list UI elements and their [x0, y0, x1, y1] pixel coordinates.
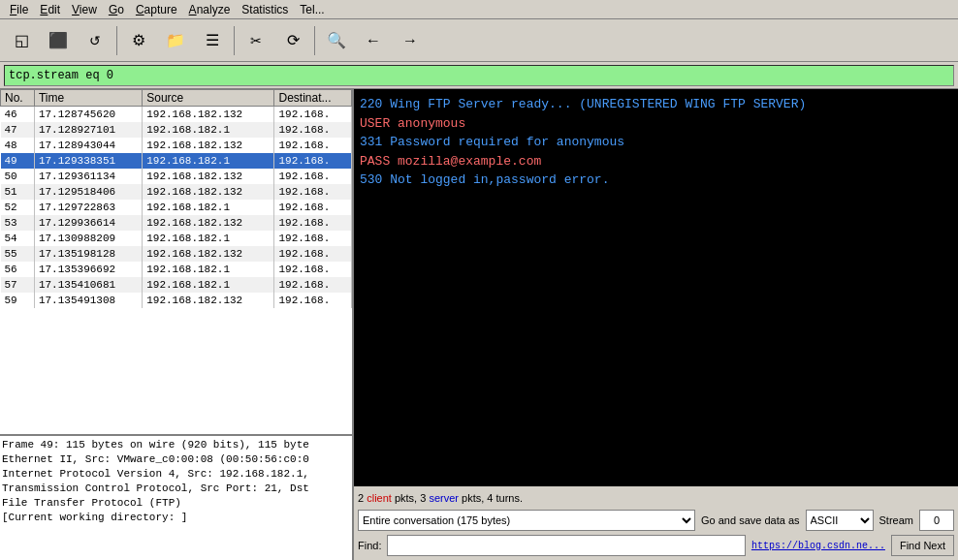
find-next-button[interactable]: Find Next — [891, 535, 954, 556]
stream-stats: 2 client pkts, 3 server pkts, 4 turns. — [358, 490, 954, 506]
col-source[interactable]: Source — [143, 90, 274, 107]
options-button[interactable]: ⚙ — [121, 23, 156, 58]
cell-no: 59 — [1, 293, 35, 308]
cell-dst: 192.168. — [274, 122, 352, 138]
cell-no: 55 — [1, 246, 35, 262]
menu-file[interactable]: File — [4, 1, 34, 18]
col-no[interactable]: No. — [1, 90, 35, 107]
packet-list: No. Time Source Destinat... 46 17.128745… — [0, 89, 352, 434]
menubar: File Edit View Go Capture Analyze Statis… — [0, 0, 958, 19]
cell-no: 48 — [1, 138, 35, 153]
menu-view[interactable]: View — [66, 1, 103, 18]
search-button[interactable]: 🔍 — [319, 23, 354, 58]
table-row[interactable]: 57 17.135410681 192.168.182.1 192.168. — [1, 277, 352, 293]
save-data-label: Go and save data as — [701, 514, 800, 526]
cell-time: 17.130988209 — [34, 231, 142, 246]
save-button[interactable]: ☰ — [195, 23, 230, 58]
table-row[interactable]: 54 17.130988209 192.168.182.1 192.168. — [1, 231, 352, 246]
stream-content: 220 Wing FTP Server ready... (UNREGISTER… — [354, 89, 958, 486]
find-row: Find: https://blog.csdn.ne... Find Next — [358, 535, 954, 556]
new-capture-button[interactable]: ◱ — [4, 23, 39, 58]
cell-src: 192.168.182.1 — [143, 200, 274, 215]
cell-dst: 192.168. — [274, 231, 352, 246]
cell-dst: 192.168. — [274, 107, 352, 122]
menu-capture[interactable]: Capture — [130, 1, 183, 18]
stream-number-input[interactable] — [919, 510, 954, 531]
cell-time: 17.129338351 — [34, 153, 142, 169]
format-select[interactable]: ASCII EBCDIC HEX Dump C Arrays Raw — [806, 510, 874, 531]
filter-input[interactable] — [4, 65, 954, 86]
cell-time: 17.135396692 — [34, 262, 142, 277]
main-container: No. Time Source Destinat... 46 17.128745… — [0, 89, 958, 560]
cell-no: 51 — [1, 184, 35, 200]
cell-dst: 192.168. — [274, 246, 352, 262]
table-row[interactable]: 48 17.128943044 192.168.182.132 192.168. — [1, 138, 352, 153]
cell-src: 192.168.182.1 — [143, 231, 274, 246]
cut-button[interactable]: ✂ — [239, 23, 273, 58]
stats-prefix: 2 — [358, 492, 367, 504]
stream-line: PASS mozilla@example.com — [360, 152, 952, 171]
cell-src: 192.168.182.1 — [143, 153, 274, 169]
conversation-select[interactable]: Entire conversation (175 bytes) — [358, 510, 695, 531]
packet-table: No. Time Source Destinat... 46 17.128745… — [0, 89, 352, 308]
menu-tel[interactable]: Tel... — [294, 1, 330, 18]
restart-button[interactable]: ↺ — [78, 23, 112, 58]
stream-line: 220 Wing FTP Server ready... (UNREGISTER… — [360, 95, 952, 114]
table-row[interactable]: 53 17.129936614 192.168.182.132 192.168. — [1, 215, 352, 231]
stream-controls: Entire conversation (175 bytes) Go and s… — [358, 510, 954, 531]
col-destination[interactable]: Destinat... — [274, 90, 352, 107]
stream-line: USER anonymous — [360, 114, 952, 134]
stop-button[interactable]: ⬛ — [41, 23, 76, 58]
menu-statistics[interactable]: Statistics — [236, 1, 294, 18]
back-button[interactable]: ← — [356, 23, 391, 58]
find-input[interactable] — [387, 535, 745, 556]
stream-line: 331 Password required for anonymous — [360, 133, 952, 152]
cell-time: 17.128943044 — [34, 138, 142, 153]
table-row[interactable]: 59 17.135491308 192.168.182.132 192.168. — [1, 293, 352, 308]
table-row[interactable]: 52 17.129722863 192.168.182.1 192.168. — [1, 200, 352, 215]
filterbar — [0, 62, 958, 89]
menu-go[interactable]: Go — [103, 1, 130, 18]
cell-no: 57 — [1, 277, 35, 293]
refresh-button[interactable]: ⟳ — [275, 23, 310, 58]
cell-time: 17.129936614 — [34, 215, 142, 231]
table-row[interactable]: 55 17.135198128 192.168.182.132 192.168. — [1, 246, 352, 262]
cell-src: 192.168.182.1 — [143, 122, 274, 138]
cell-src: 192.168.182.1 — [143, 277, 274, 293]
cell-src: 192.168.182.132 — [143, 184, 274, 200]
find-label: Find: — [358, 540, 381, 551]
table-row[interactable]: 51 17.129518406 192.168.182.132 192.168. — [1, 184, 352, 200]
find-url-link[interactable]: https://blog.csdn.ne... — [751, 541, 885, 551]
cell-src: 192.168.182.132 — [143, 138, 274, 153]
menu-analyze[interactable]: Analyze — [183, 1, 237, 18]
cell-no: 52 — [1, 200, 35, 215]
cell-dst: 192.168. — [274, 215, 352, 231]
table-row[interactable]: 47 17.128927101 192.168.182.1 192.168. — [1, 122, 352, 138]
stats-mid: pkts, 3 — [392, 492, 430, 504]
details-panel: Frame 49: 115 bytes on wire (920 bits), … — [0, 434, 352, 560]
table-row[interactable]: 56 17.135396692 192.168.182.1 192.168. — [1, 262, 352, 277]
cell-no: 49 — [1, 153, 35, 169]
menu-edit[interactable]: Edit — [34, 1, 66, 18]
detail-line: File Transfer Protocol (FTP) — [2, 496, 350, 511]
table-row[interactable]: 49 17.129338351 192.168.182.1 192.168. — [1, 153, 352, 169]
table-row[interactable]: 50 17.129361134 192.168.182.132 192.168. — [1, 169, 352, 184]
cell-no: 56 — [1, 262, 35, 277]
open-button[interactable]: 📁 — [158, 23, 193, 58]
follow-stream-panel: 220 Wing FTP Server ready... (UNREGISTER… — [354, 89, 958, 560]
toolbar-separator-3 — [314, 26, 315, 55]
cell-time: 17.129361134 — [34, 169, 142, 184]
toolbar: ◱ ⬛ ↺ ⚙ 📁 ☰ ✂ ⟳ 🔍 ← → — [0, 19, 958, 62]
detail-line: Ethernet II, Src: VMware_c0:00:08 (00:50… — [2, 452, 350, 467]
toolbar-separator-2 — [234, 26, 235, 55]
detail-line: Transmission Control Protocol, Src Port:… — [2, 482, 350, 496]
cell-time: 17.135410681 — [34, 277, 142, 293]
forward-button[interactable]: → — [393, 23, 428, 58]
cell-time: 17.129722863 — [34, 200, 142, 215]
cell-dst: 192.168. — [274, 262, 352, 277]
cell-dst: 192.168. — [274, 153, 352, 169]
stats-suffix: pkts, 4 turns. — [459, 492, 523, 504]
col-time[interactable]: Time — [34, 90, 142, 107]
table-row[interactable]: 46 17.128745620 192.168.182.132 192.168. — [1, 107, 352, 122]
cell-src: 192.168.182.132 — [143, 215, 274, 231]
